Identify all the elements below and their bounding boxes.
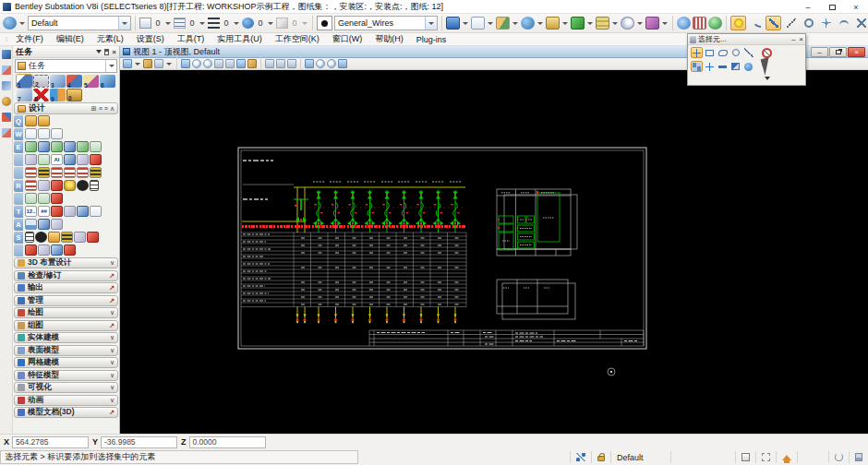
wire-tool[interactable]: [25, 180, 37, 191]
select-mode-new-button[interactable]: [691, 61, 703, 72]
links-icon[interactable]: [645, 17, 659, 30]
snap-nearest[interactable]: [748, 16, 764, 30]
z-value-field[interactable]: 0.0000: [189, 436, 266, 448]
chevron-down-icon[interactable]: [234, 22, 239, 25]
percent-tool[interactable]: [51, 206, 63, 217]
combo-dropdown[interactable]: [105, 60, 116, 72]
active-level-indicator[interactable]: Default: [610, 451, 670, 463]
select-individual-button[interactable]: [691, 47, 703, 58]
chevron-down-icon[interactable]: [512, 22, 518, 25]
combo-dropdown[interactable]: [425, 17, 437, 30]
panel-close-icon[interactable]: ×: [799, 35, 803, 43]
tool-3[interactable]: 3: [50, 75, 66, 88]
view-previous-icon[interactable]: [276, 59, 285, 68]
preview-tool[interactable]: [51, 219, 63, 230]
menu-utilities[interactable]: 实用工具(U): [211, 33, 269, 45]
terminal-tool[interactable]: [61, 232, 73, 243]
wire-tool[interactable]: [25, 167, 37, 178]
section-surface-model[interactable]: 表面模型∨: [14, 345, 118, 356]
symbol-tool[interactable]: [90, 154, 102, 165]
percent-tool[interactable]: [64, 206, 76, 217]
menu-element[interactable]: 元素(L): [90, 33, 130, 45]
close-button[interactable]: ×: [844, 0, 868, 14]
hash-tool[interactable]: ##: [38, 206, 50, 217]
zoom-out-icon[interactable]: [203, 59, 212, 68]
tool-9[interactable]: 9: [50, 89, 66, 101]
edit-tool[interactable]: [90, 206, 102, 217]
wire-tool[interactable]: [51, 167, 63, 178]
fit-view-icon[interactable]: [225, 59, 235, 68]
snap-mode-indicator[interactable]: [570, 451, 591, 463]
add-tool[interactable]: [38, 193, 50, 204]
terminal-tool[interactable]: [35, 232, 47, 243]
pan-view-icon[interactable]: [247, 59, 257, 68]
select-line-button[interactable]: [742, 47, 754, 58]
section-animation[interactable]: 动画∨: [14, 395, 118, 406]
locks-indicator[interactable]: [591, 451, 610, 463]
device-tool[interactable]: [25, 141, 37, 152]
chevron-down-icon[interactable]: [637, 22, 643, 25]
tool-icon[interactable]: [2, 128, 11, 137]
info-icon[interactable]: [677, 17, 691, 30]
grid-icon[interactable]: [693, 17, 706, 30]
new-file-icon[interactable]: [471, 17, 485, 30]
menu-tools[interactable]: 工具(T): [171, 33, 211, 45]
wire-tool[interactable]: [77, 167, 89, 178]
chevron-down-icon[interactable]: [765, 77, 770, 80]
wire-tool[interactable]: [38, 167, 50, 178]
chevron-down-icon[interactable]: [165, 22, 171, 25]
zoom-in-icon[interactable]: [192, 59, 201, 68]
section-solid-modeling[interactable]: 实体建模∨: [14, 332, 118, 343]
window-area-icon[interactable]: [214, 59, 223, 68]
ladder-tool[interactable]: [90, 180, 99, 191]
jumper-tool[interactable]: [25, 244, 37, 256]
jumper-tool[interactable]: [38, 244, 50, 256]
layout-list-icon[interactable]: ≡: [99, 105, 102, 112]
macro-tool[interactable]: [38, 219, 50, 230]
select-circle-button[interactable]: [729, 47, 741, 58]
open-page-tool[interactable]: [38, 128, 50, 139]
disable-handles-icon[interactable]: [762, 48, 772, 58]
models-icon[interactable]: [496, 17, 510, 30]
chevron-down-icon[interactable]: [562, 22, 568, 25]
snap-midpoint[interactable]: [783, 16, 799, 30]
collapse-icon[interactable]: ∧: [110, 105, 115, 113]
rotate-view-icon[interactable]: [236, 59, 246, 68]
panel-menu-icon[interactable]: [96, 50, 102, 54]
device-tool[interactable]: [77, 141, 89, 152]
chevron-down-icon[interactable]: [612, 22, 618, 25]
view-presentation-icon[interactable]: [154, 59, 163, 68]
section-output[interactable]: 输出↗: [14, 282, 118, 293]
terminal-tool[interactable]: [87, 232, 99, 243]
wire-tool[interactable]: [90, 167, 102, 178]
layout-detail-icon[interactable]: ≡: [104, 105, 108, 112]
active-lineweight-control[interactable]: 0: [208, 18, 240, 29]
symbol-tool[interactable]: [38, 154, 50, 165]
symbol-tool[interactable]: [77, 154, 89, 165]
pin-icon[interactable]: [104, 49, 109, 55]
snap-origin[interactable]: [818, 16, 834, 30]
dialog-indicator[interactable]: [849, 451, 868, 463]
view-close-button[interactable]: ×: [848, 47, 865, 57]
chevron-down-icon[interactable]: [537, 22, 543, 25]
drawing-canvas[interactable]: [120, 70, 868, 434]
new-project-tool[interactable]: [38, 115, 50, 126]
search-icon[interactable]: [621, 17, 634, 30]
tool-icon[interactable]: [2, 81, 11, 90]
menu-edit[interactable]: 编辑(E): [50, 33, 90, 45]
device-tool[interactable]: [38, 141, 50, 152]
device-tool[interactable]: [90, 141, 102, 152]
new-page-tool[interactable]: [25, 128, 37, 139]
x-value-field[interactable]: 564.2785: [12, 436, 89, 448]
section-group-drawing[interactable]: 组图↗: [14, 320, 118, 331]
wire-tool[interactable]: [64, 167, 76, 178]
terminal-tool[interactable]: [74, 232, 86, 243]
active-class-control[interactable]: 0: [242, 18, 274, 29]
black-circle-tool[interactable]: [77, 180, 89, 191]
cable-spool-tool[interactable]: [64, 180, 76, 191]
maximize-button[interactable]: [820, 0, 844, 14]
cells-icon[interactable]: [571, 17, 585, 30]
jumper-tool[interactable]: [51, 244, 63, 256]
active-element-template-icon[interactable]: [3, 17, 17, 30]
select-mode-all-button[interactable]: [742, 61, 754, 72]
